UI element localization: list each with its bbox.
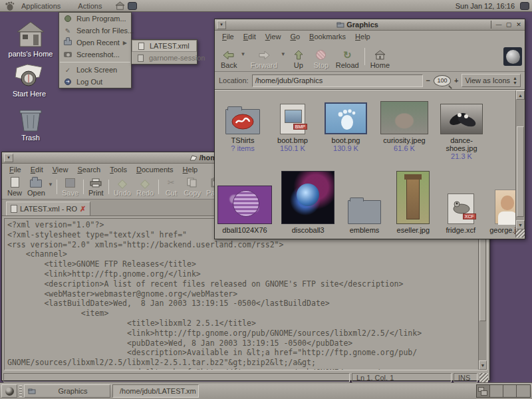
menu-help[interactable]: Help [350,31,375,42]
nautilus-scroll-thumb[interactable] [517,126,524,217]
copy-button[interactable]: Copy [181,177,203,198]
gedit-scroll-thumb[interactable] [479,228,486,321]
menu-item-open-recent[interactable]: Open Recent ▶ [59,37,131,49]
menu-view[interactable]: View [48,164,73,175]
menu-item-run-program[interactable]: Run Program... [59,13,131,25]
window-menu-button[interactable]: ▾ [4,154,13,162]
menu-go[interactable]: Go [285,31,305,42]
file-curiosity-jpeg[interactable]: curiosity.jpeg 61.6 K [377,94,432,152]
menu-documents[interactable]: Documents [132,164,178,175]
location-input[interactable] [252,74,423,87]
close-button[interactable]: ✕ [514,21,523,29]
file-dance-shoes-jpg[interactable]: dance-shoes.jpg 21.3 K [438,94,485,160]
open-recent-dropdown[interactable]: ▼ [48,182,55,193]
menu-help[interactable]: Help [178,164,203,175]
menu-file[interactable]: File [5,164,26,175]
workspace-1[interactable] [477,385,490,397]
gnome-foot-menu-icon[interactable] [5,1,15,11]
undo-icon [118,180,127,189]
bottom-panel: Graphics /home/jdub/LATEST.xm [0,382,532,399]
desktop-icon-trash[interactable]: Trash [5,109,56,142]
save-button[interactable]: Save [59,178,81,198]
xml-content[interactable]: <?xml version="1.0"?> <?xml-stylesheet t… [5,219,487,370]
file-boot-png[interactable]: boot.png 130.9 K [321,94,370,152]
submenu-item-garnome-session[interactable]: garnome-session [132,52,197,64]
panel-applet-icon[interactable] [520,2,529,10]
print-icon [90,178,102,188]
reload-button[interactable]: ↻ Reload [332,49,362,70]
open-button[interactable]: Open [25,176,48,198]
cut-button[interactable]: ✂ Cut [161,178,181,198]
nautilus-file-area[interactable]: TShirts ? items BMP boot.bmp 150.1 K [215,90,525,237]
wilber-icon [452,200,470,214]
scroll-down-icon[interactable]: ▼ [479,360,487,370]
actions-menu[interactable]: Actions [72,1,107,11]
maximize-button[interactable]: ▢ [504,21,513,29]
menu-file[interactable]: File [217,31,239,42]
submenu-item-latest-xml[interactable]: LATEST.xml [132,40,197,52]
view-mode-select[interactable]: View as Icons ▲▼ [462,74,521,87]
tab-latest-xml[interactable]: LATEST.xml - RO ✗ [6,201,90,215]
tasklist-handle[interactable] [19,385,22,397]
throbber [503,47,522,66]
scroll-up-icon[interactable]: ▲ [516,90,525,100]
menu-item-lock-screen[interactable]: ✓ Lock Screen [59,64,131,76]
file-dball[interactable]: dball1024X76 [217,168,272,234]
file-discoball3[interactable]: discoball3 [281,163,334,234]
zoom-level-indicator[interactable]: 100 [434,75,451,86]
task-graphics[interactable]: Graphics [24,384,110,398]
task-gedit-latest-xml[interactable]: /home/jdub/LATEST.xm [112,384,199,398]
resize-grip[interactable] [516,229,525,237]
stop-button[interactable]: Stop [310,49,332,70]
up-button[interactable]: Up [287,49,310,70]
screenshot-launcher-icon[interactable] [128,2,137,10]
menu-edit[interactable]: Edit [239,31,261,42]
show-desktop-button[interactable] [1,384,17,398]
applications-menu[interactable]: Applications [16,1,66,11]
file-emblems[interactable]: emblems [344,191,384,234]
file-tshirts[interactable]: TShirts ? items [221,94,264,152]
gedit-text-area[interactable]: <?xml version="1.0"?> <?xml-stylesheet t… [4,218,487,370]
scroll-down-icon[interactable]: ▼ [516,220,525,229]
clock[interactable]: Sun Jan 12, 16:16 [456,2,517,10]
workspace-switcher[interactable] [476,384,531,398]
file-eseller-jpg[interactable]: eseller.jpg [394,166,432,234]
forward-history-dropdown[interactable]: ▼ [281,51,287,63]
nautilus-titlebar[interactable]: ▾ Graphics — ▢ ✕ [215,19,525,31]
home-button[interactable]: Home [367,49,393,70]
menu-view[interactable]: View [261,31,286,42]
workspace-3[interactable] [503,385,517,397]
undo-button[interactable]: Undo [111,178,134,198]
window-menu-button[interactable]: ▾ [217,21,226,29]
back-history-dropdown[interactable]: ▼ [240,51,247,63]
throbber-sphere-icon [506,50,520,64]
zoom-out-button[interactable]: − [426,76,430,84]
menu-item-search-files[interactable]: ✎ Search for Files... [59,25,131,37]
menu-search[interactable]: Search [72,164,105,175]
menu-item-screenshot[interactable]: Screenshot... [59,49,131,61]
actions-menu-dropdown: Run Program... ✎ Search for Files... Ope… [59,12,132,88]
resize-grip[interactable] [479,373,488,382]
menu-bookmarks[interactable]: Bookmarks [305,31,350,42]
redo-button[interactable]: Redo [134,178,156,198]
forward-button[interactable]: Forward [247,49,280,70]
back-button[interactable]: Back [217,49,240,70]
status-line-col: Ln 1, Col. 1 [352,373,452,382]
menu-edit[interactable]: Edit [26,164,48,175]
file-boot-bmp[interactable]: BMP boot.bmp 150.1 K [271,94,315,152]
nautilus-vscrollbar[interactable]: ▲ ▼ [515,90,525,237]
gedit-vscrollbar[interactable]: ▲ ▼ [478,219,487,370]
tab-close-icon[interactable]: ✗ [80,205,86,213]
desktop-icon-home[interactable]: pants's Home [5,21,56,58]
menu-tools[interactable]: Tools [105,164,132,175]
desktop-icon-start-here[interactable]: Start Here [4,64,55,98]
print-button[interactable]: Print [86,178,106,198]
file-fridge-xcf[interactable]: XCF fridge.xcf [442,190,479,234]
home-launcher-icon[interactable] [115,1,125,10]
menu-item-log-out[interactable]: ➜ Log Out [59,76,131,88]
zoom-in-button[interactable]: + [454,76,458,84]
minimize-button[interactable]: — [494,21,503,29]
new-button[interactable]: New [5,176,25,198]
workspace-2[interactable] [490,385,503,397]
workspace-4[interactable] [517,385,530,397]
